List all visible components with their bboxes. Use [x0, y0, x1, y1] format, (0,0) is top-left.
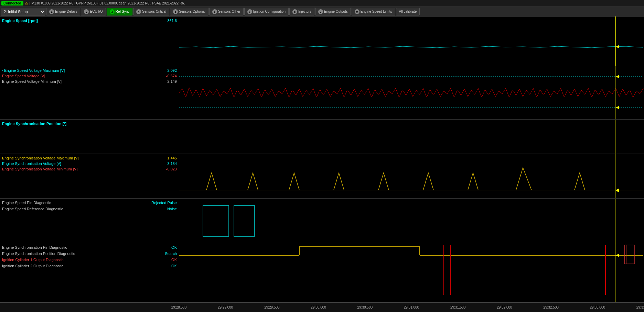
tab-num-8: 8 [292, 9, 297, 14]
sync-position-legend: Engine Synchronisation Position [°] [0, 120, 179, 128]
sync-pos-diag-value: Search [165, 251, 177, 256]
tab-label: Sensors Optional [179, 10, 205, 13]
sync-volt-min-label: Engine Synchronisation Voltage Minimum [… [2, 166, 78, 172]
svg-marker-6 [616, 106, 619, 109]
tab-label: Engine Details [55, 10, 77, 13]
sync-voltage-chart [179, 154, 644, 198]
time-tick-10: 29:33.500 [636, 305, 644, 309]
tabs-container: 1Engine Details2ECU I/O3Ref Sync4Sensors… [46, 8, 420, 15]
svg-marker-26 [616, 254, 619, 257]
volt-max-value: 2.092 [167, 68, 177, 73]
tab-ecu-i/o[interactable]: 2ECU I/O [81, 8, 106, 15]
engine-speed-chart [179, 16, 644, 66]
engine-voltage-legend: · Engine Speed Voltage Maximum [V] 2.092… [0, 66, 179, 86]
tab-label: All calibrate [399, 10, 417, 13]
ign-cyl2-value: OK [171, 263, 177, 269]
time-tick-6: 29:31.500 [450, 305, 466, 309]
tab-label: ECU I/O [90, 10, 103, 13]
tab-num-1: 1 [49, 9, 54, 14]
svg-marker-5 [616, 75, 619, 78]
diag2-panel: Engine Synchronisation Pin Diagnostic OK… [0, 243, 644, 302]
time-tick-1: 29:29.000 [218, 305, 233, 309]
sync-volt-max-value: 1.445 [167, 155, 177, 161]
tab-label: Sensors Critical [142, 10, 166, 13]
setup-dropdown[interactable]: 2: Initial Setup [1, 8, 45, 15]
diag1-chart [179, 199, 644, 243]
tab-num-6: 6 [212, 9, 217, 14]
tab-all-calibrate[interactable]: All calibrate [396, 8, 420, 15]
sync-pin-diag-label: Engine Synchronisation Pin Diagnostic [2, 245, 67, 250]
tab-num-5: 5 [173, 9, 178, 14]
volt-min-value: -2.149 [166, 79, 177, 84]
svg-marker-1 [616, 45, 619, 48]
topbar: Connected ⚠ [ M130 #1809 2021-2022 R6 ] … [0, 0, 644, 7]
tab-sensors-optional[interactable]: 5Sensors Optional [170, 8, 208, 15]
speed-pin-diag-label: Engine Speed Pin Diagnostic [2, 200, 51, 205]
tab-label: Engine Outputs [324, 10, 348, 13]
sync-position-title: Engine Synchronisation Position [°] [2, 121, 66, 126]
svg-rect-12 [203, 205, 229, 236]
engine-speed-panel: Engine Speed [rpm] 361.6 [0, 16, 644, 66]
volt-max-label: · Engine Speed Voltage Maximum [V] [2, 68, 65, 73]
engine-voltage-panel: · Engine Speed Voltage Maximum [V] 2.092… [0, 66, 644, 120]
time-tick-8: 29:32.500 [543, 305, 559, 309]
sync-volt-label: Engine Synchronisation Voltage [V] [2, 161, 61, 166]
volt-min-label: Engine Speed Voltage Minimum [V] [2, 79, 62, 84]
engine-speed-value: 361.6 [167, 18, 177, 23]
ign-cyl1-label: Ignition Cylinder 1 Output Diagnostic [2, 257, 64, 263]
tab-engine-outputs[interactable]: 9Engine Outputs [315, 8, 351, 15]
tab-sensors-critical[interactable]: 4Sensors Critical [133, 8, 169, 15]
time-axis: 29:28.50029:29.00029:29.50029:30.00029:3… [0, 302, 644, 312]
diag2-legend: Engine Synchronisation Pin Diagnostic OK… [0, 243, 179, 270]
diag1-panel: Engine Speed Pin Diagnostic Rejected Pul… [0, 199, 644, 243]
speed-ref-diag-label: Engine Speed Reference Diagnostic [2, 206, 63, 212]
volt-label: Engine Speed Voltage [V] [2, 73, 45, 79]
sync-voltage-panel: Engine Synchronisation Voltage Maximum [… [0, 154, 644, 199]
time-tick-2: 29:29.500 [264, 305, 280, 309]
tab-num-4: 4 [136, 9, 141, 14]
time-tick-9: 29:33.000 [590, 305, 605, 309]
speed-pin-diag-value: Rejected Pulse [151, 200, 177, 205]
volt-value: -0.574 [166, 73, 177, 79]
sync-pin-diag-value: OK [171, 245, 177, 250]
diag2-chart [179, 243, 644, 302]
connected-status: Connected [1, 1, 23, 5]
tab-num-2: 2 [84, 9, 89, 14]
sync-volt-value: 3.184 [167, 161, 177, 166]
sync-volt-max-label: Engine Synchronisation Voltage Maximum [… [2, 155, 79, 161]
time-tick-0: 29:28.500 [171, 305, 187, 309]
sync-volt-min-value: -0.023 [166, 166, 177, 172]
title-text: [ M130 #1809 2021-2022 R6 ] GPRP (M130) … [30, 1, 185, 5]
tab-num-9: 9 [318, 9, 323, 14]
engine-speed-title: Engine Speed [rpm] [2, 18, 38, 23]
engine-voltage-chart [179, 66, 644, 119]
svg-rect-13 [234, 205, 255, 236]
sync-position-panel: Engine Synchronisation Position [°] [0, 120, 644, 154]
tab-num-7: 7 [247, 9, 252, 14]
tab-sensors-other[interactable]: 6Sensors Other [209, 8, 243, 15]
time-tick-7: 29:32.000 [497, 305, 512, 309]
sync-position-chart [179, 120, 644, 154]
sync-voltage-legend: Engine Synchronisation Voltage Maximum [… [0, 154, 179, 173]
tab-label: Sensors Other [218, 10, 240, 13]
sync-pos-diag-label: Engine Synchronisation Position Diagnost… [2, 251, 75, 256]
ign-cyl2-label: Ignition Cylinder 2 Output Diagnostic [2, 263, 64, 269]
tab-ignition-configuration[interactable]: 7Ignition Configuration [244, 8, 289, 15]
engine-speed-legend: Engine Speed [rpm] 361.6 [0, 16, 179, 25]
tab-ref-sync[interactable]: 3Ref Sync [107, 8, 133, 15]
tab-label: Ignition Configuration [253, 10, 286, 13]
warning-icon: ⚠ [25, 1, 28, 5]
time-tick-4: 29:30.500 [357, 305, 373, 309]
speed-ref-diag-value: Noise [167, 206, 177, 212]
tab-engine-speed-limits[interactable]: 0Engine Speed Limits [352, 8, 395, 15]
tab-label: Engine Speed Limits [361, 10, 392, 13]
tab-injectors[interactable]: 8Injectors [289, 8, 314, 15]
time-tick-5: 29:31.000 [404, 305, 419, 309]
time-tick-3: 29:30.000 [311, 305, 326, 309]
tab-num-3: 3 [110, 9, 115, 14]
tab-engine-details[interactable]: 1Engine Details [46, 8, 80, 15]
tab-label: Ref Sync [116, 10, 130, 13]
tab-num-0: 0 [355, 9, 359, 14]
main-content: Engine Speed [rpm] 361.6 · Engine Speed … [0, 16, 644, 312]
tabbar: 2: Initial Setup 1Engine Details2ECU I/O… [0, 7, 644, 16]
